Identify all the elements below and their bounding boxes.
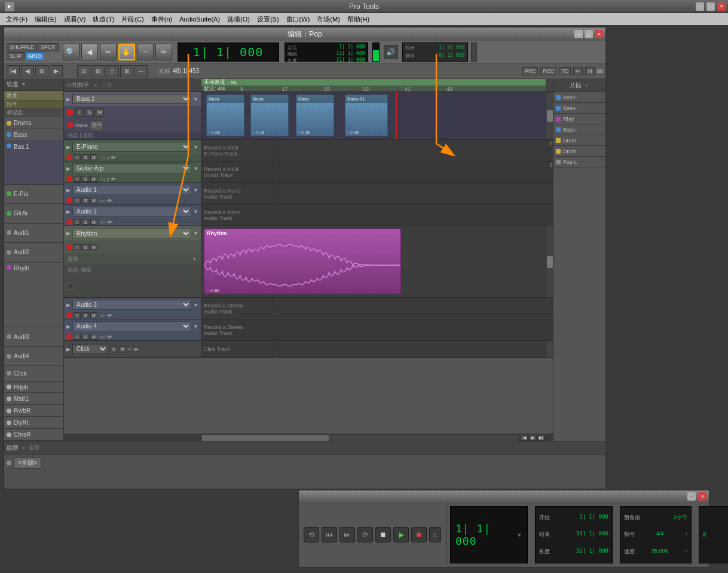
track-solo-audio3[interactable]: S	[82, 312, 89, 318]
track-lane-rhythm[interactable]: Rhythm	[201, 226, 546, 297]
track-list-item-audio2[interactable]: Audi2	[4, 243, 63, 262]
track-list-item-hdph[interactable]: Hdph	[4, 382, 63, 394]
menu-file[interactable]: 文件(F)	[2, 14, 31, 25]
menu-audiosuite[interactable]: AudioSuite(A)	[176, 14, 224, 24]
track-rec-guitararp[interactable]	[66, 176, 72, 182]
transport-stop-btn[interactable]: ⏹	[375, 527, 391, 542]
track-solo-btn[interactable]: S	[85, 108, 94, 117]
transport-counter-expand[interactable]: ▼	[516, 532, 522, 538]
track-scrollbar-v[interactable]	[546, 92, 553, 139]
track-input-guitararp[interactable]: I	[74, 176, 81, 182]
monitor-btn[interactable]: 🔊	[384, 45, 398, 59]
track-list-item-click[interactable]: Click	[4, 366, 63, 381]
track-lane-epiano[interactable]: 3	[273, 140, 553, 161]
transport-rewind-end-btn[interactable]: ⟲	[304, 527, 319, 542]
clip-item-bass3[interactable]: Bass-	[553, 124, 605, 135]
menu-setup[interactable]: 设置(S)	[253, 14, 283, 25]
timeline-scrollbar-v[interactable]	[546, 79, 553, 92]
scroll-right-btn[interactable]: ▶	[529, 435, 536, 441]
transport-collapse-btn[interactable]: －	[687, 492, 696, 501]
track-collapse-btn[interactable]: ▼	[193, 96, 198, 102]
track-expand-audio2[interactable]: ▶	[66, 209, 71, 215]
track-list-item-dly[interactable]: DlyRt	[4, 417, 63, 429]
slip-btn[interactable]: SLIP	[7, 52, 25, 60]
track-mute-guitararp[interactable]: M	[90, 176, 97, 182]
track-rec-epiano[interactable]	[66, 154, 72, 160]
track-mute-btn[interactable]: M	[96, 108, 104, 117]
grid-btn[interactable]: GRID	[25, 52, 45, 60]
track-name-rhythm[interactable]: Rhythm	[72, 228, 191, 239]
zoom-vert-minus[interactable]: ⊟	[77, 65, 90, 77]
track-mute-audio4[interactable]: M	[90, 334, 97, 340]
scroll-left-btn[interactable]: ◀	[521, 435, 528, 441]
zoom-vert-plus[interactable]: ⊞	[91, 65, 105, 77]
track-mute-rhythm[interactable]: M	[90, 244, 97, 250]
track-lane-audio1[interactable]	[273, 183, 553, 204]
track-list-item-audio3[interactable]: Audi3	[4, 327, 63, 346]
track-solo-rhythm[interactable]: S	[82, 244, 89, 250]
track-name-audio2[interactable]: Audio 2	[72, 206, 191, 217]
track-list-item-bas1[interactable]: Bas.1	[4, 141, 63, 185]
transport-rewind-btn[interactable]: ⏮	[322, 527, 337, 542]
track-name-audio4[interactable]: Audio 4	[72, 321, 191, 331]
track-list-item-epiano[interactable]: E-Pia	[4, 185, 63, 204]
track-mute-epiano[interactable]: M	[90, 154, 97, 160]
clip-item-bass1[interactable]: Bass-	[553, 92, 605, 103]
track-lane-click[interactable]	[273, 341, 546, 357]
track-solo-audio1[interactable]: S	[82, 197, 89, 203]
track-name-epiano[interactable]: E-Piano	[72, 142, 191, 152]
group-all[interactable]: <全部>	[14, 457, 41, 469]
track-input-audio2[interactable]: I	[74, 219, 81, 225]
track-list-item-rhythm[interactable]: Rhyth	[4, 263, 63, 328]
scroll-end-btn[interactable]: ▶|	[537, 435, 545, 441]
menu-view[interactable]: 观看(V)	[60, 14, 90, 25]
track-record-dot[interactable]	[68, 122, 74, 128]
track-name-click[interactable]: Click	[72, 344, 108, 354]
track-mute-click[interactable]: M	[119, 346, 126, 352]
transport-record-btn[interactable]: ⏺	[411, 527, 427, 542]
track-lane-audio4[interactable]	[273, 319, 553, 340]
clip-item-bass2[interactable]: Bass-	[553, 103, 605, 114]
tool-fade-btn[interactable]: ～	[137, 44, 154, 60]
track-name-audio3[interactable]: Audio 3	[72, 300, 191, 310]
track-expand-btn[interactable]: ▶	[66, 96, 71, 102]
track-name-audio1[interactable]: Audio 1	[72, 185, 191, 195]
track-expand-rhythm[interactable]: ▶	[66, 230, 71, 236]
track-input-btn[interactable]: I	[75, 108, 84, 117]
track-rec-audio2[interactable]	[66, 219, 72, 225]
track-input-audio4[interactable]: I	[74, 334, 81, 340]
track-list-item-chrs[interactable]: ChrsR	[4, 429, 63, 441]
track-rec-audio3[interactable]	[66, 312, 72, 318]
track-list-item-bass[interactable]: Bass	[4, 129, 63, 141]
menu-help[interactable]: 帮助(H)	[344, 14, 373, 25]
track-mute-audio1[interactable]: M	[90, 197, 97, 203]
menu-clip[interactable]: 片段(C)	[118, 14, 147, 25]
track-lane-audio3[interactable]	[273, 298, 553, 319]
track-list-item-gtrarp[interactable]: GtrAr	[4, 204, 63, 223]
bass-clip-1[interactable]: Bass ⎍ 0 dB	[206, 95, 244, 136]
transport-expand-btn[interactable]: ≡	[429, 527, 441, 542]
zoom-group[interactable]: ≡	[106, 65, 119, 77]
clip-item-drum1[interactable]: Drum	[553, 135, 605, 146]
track-record-btn[interactable]	[66, 109, 74, 116]
maximize-btn[interactable]: □	[706, 2, 715, 11]
track-rec-rhythm[interactable]	[66, 244, 72, 250]
menu-options[interactable]: 选项(O)	[224, 14, 253, 25]
track-input-audio1[interactable]: I	[74, 197, 81, 203]
nav-group-btn[interactable]: ⊞	[35, 65, 48, 77]
spot-btn[interactable]: SPOT	[38, 43, 59, 51]
nav-fwd-btn[interactable]: ▶	[50, 65, 63, 77]
bass-clip-4[interactable]: Bass-01 ⎍ 0 dB	[345, 95, 388, 136]
track-solo-click[interactable]: S	[110, 346, 117, 352]
nav-back-btn[interactable]: ◀	[21, 65, 34, 77]
track-expand-epiano[interactable]: ▶	[66, 144, 71, 150]
menu-edit[interactable]: 编辑(E)	[31, 14, 60, 25]
editor-close-btn[interactable]: ✕	[595, 30, 603, 38]
menu-window[interactable]: 窗口(W)	[283, 14, 314, 25]
scrollbar-area[interactable]	[471, 42, 477, 62]
menu-market[interactable]: 市场(M)	[313, 14, 344, 25]
clip-item-drum2[interactable]: Drum	[553, 146, 605, 157]
clip-item-rhyl[interactable]: Rhyl	[553, 114, 605, 124]
close-btn[interactable]: ✕	[717, 2, 726, 11]
track-expand-audio1[interactable]: ▶	[66, 187, 71, 193]
